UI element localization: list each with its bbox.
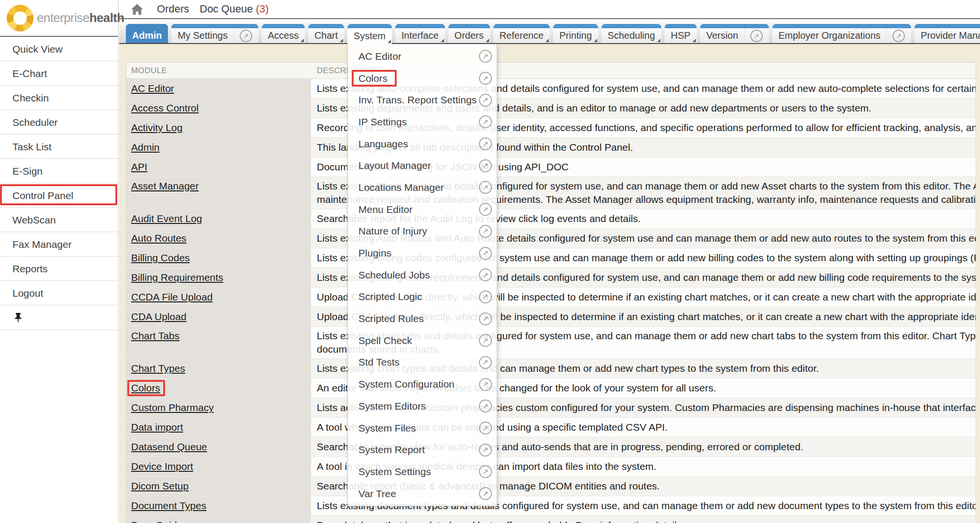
tab-admin[interactable]: Admin (126, 24, 168, 43)
tab-scheduling[interactable]: Scheduling (601, 24, 661, 43)
module-link-api[interactable]: API (131, 157, 147, 177)
tab-version[interactable]: Version ↗ (700, 24, 769, 43)
module-link-colors[interactable]: Colors (131, 378, 160, 398)
module-link-drug-guide[interactable]: Drug Guide (131, 516, 182, 523)
menu-item-menu-editor[interactable]: Menu Editor ↗ (348, 199, 497, 221)
menu-item-system-report[interactable]: System Report ↗ (348, 439, 497, 461)
external-link-icon[interactable]: ↗ (479, 115, 492, 128)
sidebar-item-control-panel[interactable]: Control Panel (0, 183, 118, 208)
external-link-icon[interactable]: ↗ (479, 203, 492, 216)
open-in-new-window-button[interactable]: ↗ (744, 28, 763, 43)
sidebar-item-logout[interactable]: Logout (0, 281, 118, 305)
menu-item-system-files[interactable]: System Files ↗ (348, 417, 497, 439)
menu-item-var-tree[interactable]: Var Tree ↗ (348, 483, 497, 505)
external-link-icon[interactable]: ↗ (479, 225, 492, 238)
external-link-icon[interactable]: ↗ (479, 312, 492, 325)
sidebar-item-quick-view[interactable]: Quick View (0, 37, 118, 61)
module-link-ccda-file-upload[interactable]: CCDA File Upload (131, 288, 212, 307)
app-logo[interactable]: enterprisehealth (0, 0, 118, 37)
external-link-icon[interactable]: ↗ (479, 400, 492, 412)
external-link-icon[interactable]: ↗ (479, 465, 492, 478)
module-link-datasend-queue[interactable]: Datasend Queue (131, 437, 207, 456)
menu-item-inv-trans-report-settings[interactable]: Inv. Trans. Report Settings ↗ (348, 89, 497, 111)
module-link-audit-event-log[interactable]: Audit Event Log (131, 209, 202, 228)
menu-item-languages[interactable]: Languages ↗ (348, 133, 497, 155)
module-link-auto-routes[interactable]: Auto Routes (131, 229, 187, 248)
menu-item-plugins[interactable]: Plugins ↗ (348, 242, 497, 264)
external-link-icon[interactable]: ↗ (479, 247, 492, 260)
sidebar-item-checkin[interactable]: Checkin (0, 86, 118, 110)
sidebar-item-fax-manager[interactable]: Fax Manager (0, 232, 118, 256)
module-link-admin[interactable]: Admin (131, 138, 160, 157)
module-link-chart-types[interactable]: Chart Types (131, 359, 185, 378)
tab-reference[interactable]: Reference (493, 24, 550, 43)
breadcrumb-orders[interactable]: Orders (157, 3, 189, 15)
tab-chart[interactable]: Chart (308, 24, 344, 43)
open-in-new-window-button[interactable]: ↗ (886, 28, 905, 43)
tab-interface[interactable]: Interface (395, 24, 445, 43)
menu-item-ip-settings[interactable]: IP Settings ↗ (348, 111, 497, 133)
external-link-icon[interactable]: ↗ (479, 378, 492, 391)
sidebar-item-webscan[interactable]: WebScan (0, 208, 118, 232)
external-link-icon[interactable]: ↗ (479, 444, 492, 456)
menu-item-system-editors[interactable]: System Editors ↗ (348, 395, 497, 417)
module-link-access-control[interactable]: Access Control (131, 99, 199, 118)
sidebar-item-e-chart[interactable]: E-Chart (0, 61, 118, 86)
external-link-icon[interactable]: ↗ (479, 487, 492, 500)
external-link-icon[interactable]: ↗ (479, 72, 492, 85)
tab-printing[interactable]: Printing (553, 24, 598, 43)
menu-item-spell-check[interactable]: Spell Check ↗ (348, 330, 497, 352)
module-link-dicom-setup[interactable]: Dicom Setup (131, 477, 189, 496)
sidebar-item-e-sign[interactable]: E-Sign (0, 159, 118, 183)
sidebar-item-task-list[interactable]: Task List (0, 134, 118, 159)
breadcrumb-doc-queue[interactable]: Doc Queue (3) (200, 3, 268, 15)
module-link-ac-editor[interactable]: AC Editor (131, 79, 174, 98)
sidebar-nav: Quick ViewE-ChartCheckinSchedulerTask Li… (0, 37, 118, 305)
menu-item-system-configuration[interactable]: System Configuration ↗ (348, 373, 497, 395)
menu-item-std-tests[interactable]: Std Tests ↗ (348, 352, 497, 374)
external-link-icon[interactable]: ↗ (479, 334, 492, 347)
tab-access[interactable]: Access (262, 24, 305, 43)
table-row: Document Types Lists existing document t… (126, 496, 976, 515)
module-link-chart-tabs[interactable]: Chart Tabs (131, 329, 179, 343)
menu-item-nature-of-injury[interactable]: Nature of Injury ↗ (348, 221, 497, 243)
tab-provider-management[interactable]: Provider Management ↗ (914, 24, 980, 43)
module-link-custom-pharmacy[interactable]: Custom Pharmacy (131, 398, 214, 417)
tab-system[interactable]: System (347, 24, 392, 44)
tab-my-settings[interactable]: My Settings ↗ (171, 24, 258, 43)
external-link-icon[interactable]: ↗ (479, 94, 492, 107)
external-link-icon[interactable]: ↗ (479, 290, 492, 303)
module-link-cda-upload[interactable]: CDA Upload (131, 307, 187, 326)
sidebar-item-reports[interactable]: Reports (0, 256, 118, 281)
external-link-icon[interactable]: ↗ (479, 356, 492, 369)
module-link-asset-manager[interactable]: Asset Manager (131, 179, 199, 193)
open-in-new-window-button[interactable]: ↗ (234, 28, 252, 43)
tab-orders[interactable]: Orders (448, 24, 490, 43)
menu-item-colors[interactable]: Colors ↗ (348, 67, 497, 89)
module-link-billing-requirements[interactable]: Billing Requirements (131, 268, 223, 287)
module-link-document-types[interactable]: Document Types (131, 496, 206, 515)
sidebar-pin-button[interactable] (0, 305, 118, 330)
menu-item-scripted-logic[interactable]: Scripted Logic ↗ (348, 286, 497, 308)
external-link-icon[interactable]: ↗ (479, 268, 492, 281)
module-link-billing-codes[interactable]: Billing Codes (131, 248, 190, 267)
menu-item-layout-manager[interactable]: Layout Manager ↗ (348, 155, 497, 177)
external-link-icon[interactable]: ↗ (479, 50, 492, 63)
external-link-icon[interactable]: ↗ (479, 137, 492, 150)
tab-hsp[interactable]: HSP (665, 24, 697, 43)
sidebar-item-scheduler[interactable]: Scheduler (0, 110, 118, 134)
menu-item-ac-editor[interactable]: AC Editor ↗ (348, 45, 497, 67)
home-button[interactable] (131, 3, 144, 15)
module-link-device-import[interactable]: Device Import (131, 457, 193, 476)
menu-item-locations-manager[interactable]: Locations Manager ↗ (348, 177, 497, 199)
module-link-data-import[interactable]: Data import (131, 418, 183, 437)
module-link-activity-log[interactable]: Activity Log (131, 118, 182, 137)
external-link-icon[interactable]: ↗ (479, 159, 492, 172)
menu-item-scheduled-jobs[interactable]: Scheduled Jobs ↗ (348, 264, 497, 286)
module-cell: Data import (126, 418, 311, 437)
external-link-icon[interactable]: ↗ (479, 422, 492, 434)
menu-item-scripted-rules[interactable]: Scripted Rules ↗ (348, 308, 497, 330)
tab-employer-organizations[interactable]: Employer Organizations ↗ (772, 24, 911, 43)
menu-item-system-settings[interactable]: System Settings ↗ (348, 461, 497, 483)
external-link-icon[interactable]: ↗ (479, 181, 492, 194)
